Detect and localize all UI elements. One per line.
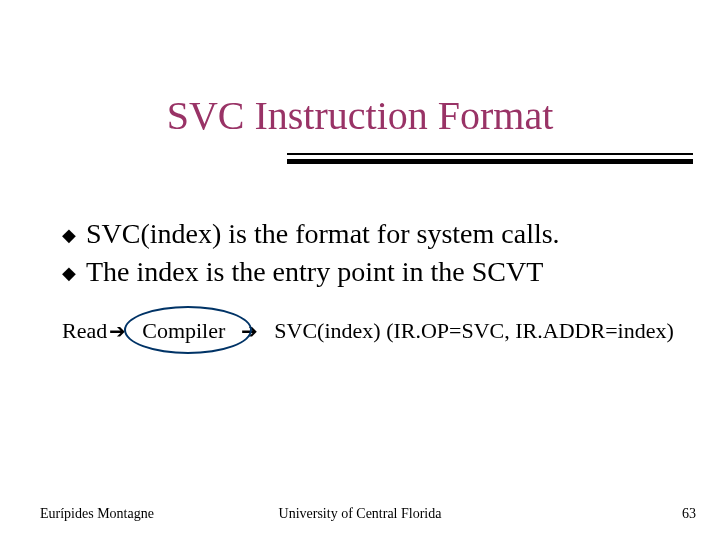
bottom-rule-thick bbox=[287, 159, 693, 164]
bottom-rule-thin bbox=[287, 153, 693, 155]
footer: Eurípides Montagne University of Central… bbox=[0, 506, 720, 522]
slide: SVC Instruction Format ◆ SVC(index) is t… bbox=[0, 0, 720, 540]
compiler-node: Compiler bbox=[142, 318, 225, 344]
bullet-text: The index is the entry point in the SCVT bbox=[86, 253, 543, 291]
flow-row: Read ➔ Compiler ➔ SVC(index) (IR.OP=SVC,… bbox=[62, 318, 674, 344]
bottom-rules bbox=[0, 147, 720, 187]
diamond-icon: ◆ bbox=[62, 223, 76, 247]
bullet-text: SVC(index) is the format for system call… bbox=[86, 215, 560, 253]
compiler-label: Compiler bbox=[142, 318, 225, 343]
diamond-icon: ◆ bbox=[62, 261, 76, 285]
bullet-list: ◆ SVC(index) is the format for system ca… bbox=[0, 215, 720, 291]
slide-title: SVC Instruction Format bbox=[0, 92, 720, 139]
bullet-item: ◆ SVC(index) is the format for system ca… bbox=[62, 215, 720, 253]
flow-input: Read bbox=[62, 318, 107, 344]
bullet-item: ◆ The index is the entry point in the SC… bbox=[62, 253, 720, 291]
title-rules bbox=[0, 52, 720, 92]
flow-output: SVC(index) (IR.OP=SVC, IR.ADDR=index) bbox=[274, 318, 673, 344]
footer-org: University of Central Florida bbox=[0, 506, 720, 522]
